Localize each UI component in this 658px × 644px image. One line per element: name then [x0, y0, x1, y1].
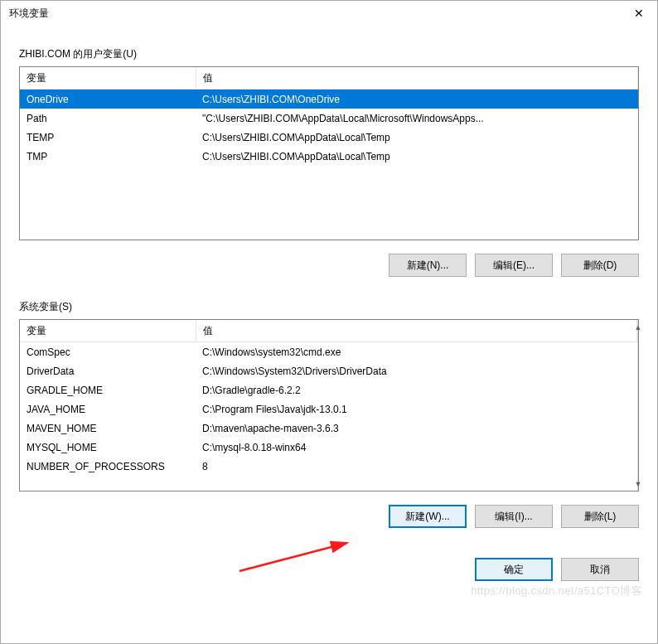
var-value-cell: C:\Windows\system32\cmd.exe: [196, 342, 636, 362]
var-value-cell: C:\Users\ZHIBI.COM\OneDrive: [196, 90, 638, 109]
close-icon[interactable]: ✕: [622, 2, 656, 25]
var-name-cell: Path: [20, 109, 196, 128]
var-name-cell: TMP: [20, 147, 196, 166]
var-name-cell: ComSpec: [20, 342, 196, 362]
var-name-cell: TEMP: [20, 128, 196, 147]
user-delete-button[interactable]: 删除(D): [561, 254, 639, 277]
system-new-button[interactable]: 新建(W)...: [389, 505, 467, 528]
user-new-button[interactable]: 新建(N)...: [389, 254, 467, 277]
var-name-cell: MYSQL_HOME: [20, 438, 196, 457]
col-header-value[interactable]: 值: [196, 67, 638, 90]
table-header-row: 变量 值: [20, 320, 636, 342]
col-header-name[interactable]: 变量: [20, 320, 196, 342]
env-vars-dialog: 环境变量 ✕ ZHIBI.COM 的用户变量(U) 变量 值 OneDriveC…: [0, 0, 658, 644]
var-name-cell: DriverData: [20, 361, 196, 380]
user-edit-button[interactable]: 编辑(E)...: [475, 254, 553, 277]
system-vars-label: 系统变量(S): [19, 300, 639, 314]
var-value-cell: 8: [196, 457, 636, 476]
var-name-cell: NUMBER_OF_PROCESSORS: [20, 457, 196, 476]
col-header-name[interactable]: 变量: [20, 67, 196, 90]
user-vars-buttons: 新建(N)... 编辑(E)... 删除(D): [19, 254, 639, 277]
window-title: 环境变量: [9, 7, 49, 21]
user-vars-label: ZHIBI.COM 的用户变量(U): [19, 47, 639, 61]
var-value-cell: C:\Users\ZHIBI.COM\AppData\Local\Temp: [196, 147, 638, 166]
var-name-cell: MAVEN_HOME: [20, 419, 196, 438]
table-row[interactable]: DriverDataC:\Windows\System32\Drivers\Dr…: [20, 361, 636, 380]
table-row[interactable]: MAVEN_HOMED:\maven\apache-maven-3.6.3: [20, 419, 636, 438]
system-delete-button[interactable]: 删除(L): [561, 505, 639, 528]
var-name-cell: OneDrive: [20, 90, 196, 109]
var-value-cell: C:\Windows\System32\Drivers\DriverData: [196, 361, 636, 380]
var-value-cell: C:\Program Files\Java\jdk-13.0.1: [196, 399, 636, 419]
table-row[interactable]: GRADLE_HOMED:\Gradle\gradle-6.2.2: [20, 380, 636, 399]
table-row[interactable]: MYSQL_HOMEC:\mysql-8.0.18-winx64: [20, 438, 636, 457]
system-vars-table[interactable]: 变量 值 ComSpecC:\Windows\system32\cmd.exeD…: [19, 319, 639, 491]
var-name-cell: GRADLE_HOME: [20, 380, 196, 399]
var-value-cell: D:\Gradle\gradle-6.2.2: [196, 380, 636, 399]
ok-button[interactable]: 确定: [475, 558, 553, 581]
table-row[interactable]: TMPC:\Users\ZHIBI.COM\AppData\Local\Temp: [20, 147, 638, 166]
var-value-cell: C:\mysql-8.0.18-winx64: [196, 438, 636, 457]
var-value-cell: C:\Users\ZHIBI.COM\AppData\Local\Temp: [196, 128, 638, 147]
cancel-button[interactable]: 取消: [561, 558, 639, 581]
table-header-row: 变量 值: [20, 67, 638, 90]
system-edit-button[interactable]: 编辑(I)...: [475, 505, 553, 528]
table-row[interactable]: NUMBER_OF_PROCESSORS8: [20, 457, 636, 476]
var-value-cell: D:\maven\apache-maven-3.6.3: [196, 419, 636, 438]
user-vars-group: ZHIBI.COM 的用户变量(U) 变量 值 OneDriveC:\Users…: [19, 47, 639, 277]
table-row[interactable]: ComSpecC:\Windows\system32\cmd.exe: [20, 342, 636, 362]
var-name-cell: JAVA_HOME: [20, 399, 196, 419]
user-vars-table[interactable]: 变量 值 OneDriveC:\Users\ZHIBI.COM\OneDrive…: [19, 66, 639, 240]
col-header-value[interactable]: 值: [196, 320, 636, 342]
var-value-cell: "C:\Users\ZHIBI.COM\AppData\Local\Micros…: [196, 109, 638, 128]
table-row[interactable]: OneDriveC:\Users\ZHIBI.COM\OneDrive: [20, 90, 638, 109]
table-row[interactable]: TEMPC:\Users\ZHIBI.COM\AppData\Local\Tem…: [20, 128, 638, 147]
table-row[interactable]: JAVA_HOMEC:\Program Files\Java\jdk-13.0.…: [20, 399, 636, 419]
table-row[interactable]: Path"C:\Users\ZHIBI.COM\AppData\Local\Mi…: [20, 109, 638, 128]
titlebar: 环境变量 ✕: [1, 1, 657, 26]
scrollbar[interactable]: ▲ ▼: [637, 320, 638, 491]
dialog-footer: 确定 取消: [1, 558, 657, 593]
system-vars-group: 系统变量(S) 变量 值 ComSpecC:\Windows\system32\…: [19, 300, 639, 528]
system-vars-buttons: 新建(W)... 编辑(I)... 删除(L): [19, 505, 639, 528]
